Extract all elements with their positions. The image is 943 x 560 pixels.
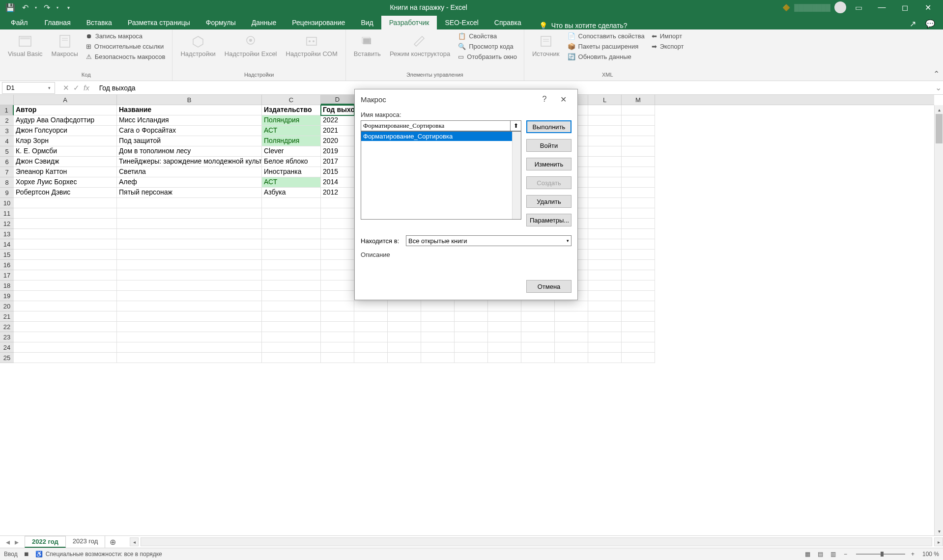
cell-C19[interactable]	[262, 291, 321, 301]
cell-L20[interactable]	[588, 301, 622, 311]
cell-D11[interactable]	[321, 208, 354, 219]
cell-L22[interactable]	[588, 322, 622, 332]
cell-M18[interactable]	[622, 280, 655, 291]
map-props-button[interactable]: 📄Сопоставить свойства	[565, 31, 648, 41]
cell-A3[interactable]: Джон Голсуорси	[14, 126, 117, 136]
cell-L10[interactable]	[588, 198, 622, 208]
cell-L19[interactable]	[588, 291, 622, 301]
cell-C25[interactable]	[262, 353, 321, 363]
enter-formula-icon[interactable]: ✓	[73, 84, 80, 92]
redo-icon[interactable]: ↷	[40, 1, 53, 14]
cell-L1[interactable]	[588, 105, 622, 115]
design-mode-button[interactable]: Режим конструктора	[386, 31, 454, 59]
row-header-13[interactable]: 13	[0, 229, 14, 239]
row-header-10[interactable]: 10	[0, 198, 14, 208]
select-all-corner[interactable]	[0, 95, 14, 105]
cell-H20[interactable]	[455, 301, 488, 311]
col-header-A[interactable]: A	[14, 95, 117, 105]
cell-E22[interactable]	[354, 322, 388, 332]
cell-L5[interactable]	[588, 146, 622, 157]
location-select[interactable]: Все открытые книги ▾	[406, 235, 572, 246]
cell-A8[interactable]: Хорхе Луис Борхес	[14, 177, 117, 188]
sheet-tab-0[interactable]: 2022 год	[25, 536, 66, 548]
cell-A13[interactable]	[14, 229, 117, 239]
sheet-last-icon[interactable]: ▸	[13, 537, 21, 547]
cell-M17[interactable]	[622, 270, 655, 280]
cell-D14[interactable]	[321, 239, 354, 250]
undo-dropdown-icon[interactable]: ▾	[33, 1, 38, 14]
sheet-tab-1[interactable]: 2023 год	[66, 536, 106, 548]
cell-D24[interactable]	[321, 342, 354, 353]
cell-M15[interactable]	[622, 250, 655, 260]
cell-I23[interactable]	[488, 332, 521, 342]
cell-E23[interactable]	[354, 332, 388, 342]
cell-C24[interactable]	[262, 342, 321, 353]
cell-A2[interactable]: Аудур Ава Олафсдоттир	[14, 115, 117, 126]
cell-D15[interactable]	[321, 250, 354, 260]
zoom-out-icon[interactable]: −	[844, 551, 847, 558]
cell-H23[interactable]	[455, 332, 488, 342]
ribbon-tab-9[interactable]: Справка	[486, 16, 529, 29]
cell-M23[interactable]	[622, 332, 655, 342]
cell-B25[interactable]	[117, 353, 262, 363]
name-box[interactable]: D1 ▾	[2, 82, 55, 94]
cell-A6[interactable]: Джон Сэвидж	[14, 157, 117, 167]
options-button[interactable]: Параметры...	[526, 214, 572, 226]
add-sheet-icon[interactable]: ⊕	[105, 537, 120, 547]
cell-J21[interactable]	[521, 311, 555, 322]
cell-D23[interactable]	[321, 332, 354, 342]
cell-C7[interactable]: Иностранка	[262, 167, 321, 177]
namebox-dropdown-icon[interactable]: ▾	[48, 85, 51, 90]
cell-G20[interactable]	[421, 301, 455, 311]
cell-E21[interactable]	[354, 311, 388, 322]
hscroll-left-icon[interactable]: ◂	[130, 537, 139, 546]
row-header-5[interactable]: 5	[0, 146, 14, 157]
col-header-C[interactable]: C	[262, 95, 321, 105]
cell-L23[interactable]	[588, 332, 622, 342]
cell-C22[interactable]	[262, 322, 321, 332]
row-header-18[interactable]: 18	[0, 280, 14, 291]
cell-M24[interactable]	[622, 342, 655, 353]
cell-L2[interactable]	[588, 115, 622, 126]
cell-A19[interactable]	[14, 291, 117, 301]
cell-L15[interactable]	[588, 250, 622, 260]
cell-F25[interactable]	[388, 353, 421, 363]
cell-C12[interactable]	[262, 219, 321, 229]
ribbon-tab-1[interactable]: Вставка	[79, 16, 120, 29]
ribbon-display-icon[interactable]: ▭	[852, 1, 865, 14]
cell-C18[interactable]	[262, 280, 321, 291]
cancel-formula-icon[interactable]: ✕	[63, 84, 69, 92]
cell-A5[interactable]: К. Е. Ормсби	[14, 146, 117, 157]
cell-C20[interactable]	[262, 301, 321, 311]
cell-B16[interactable]	[117, 260, 262, 270]
hscroll-track[interactable]	[141, 537, 932, 546]
xml-source-button[interactable]: Источник	[528, 31, 564, 59]
cell-M6[interactable]	[622, 157, 655, 167]
cell-I25[interactable]	[488, 353, 521, 363]
file-tab[interactable]: Файл	[2, 16, 36, 29]
cell-D18[interactable]	[321, 280, 354, 291]
cell-B15[interactable]	[117, 250, 262, 260]
cell-C21[interactable]	[262, 311, 321, 322]
zoom-in-icon[interactable]: +	[911, 551, 914, 558]
run-dialog-button[interactable]: ▭Отобразить окно	[455, 52, 520, 61]
cell-E20[interactable]	[354, 301, 388, 311]
cell-B14[interactable]	[117, 239, 262, 250]
cell-D13[interactable]	[321, 229, 354, 239]
cell-D22[interactable]	[321, 322, 354, 332]
cell-C9[interactable]: Азбука	[262, 188, 321, 198]
page-break-icon[interactable]: ▥	[828, 549, 839, 559]
cell-D21[interactable]	[321, 311, 354, 322]
cell-C23[interactable]	[262, 332, 321, 342]
fx-icon[interactable]: fx	[84, 84, 89, 92]
cell-B21[interactable]	[117, 311, 262, 322]
cell-C4[interactable]: Поляндрия	[262, 136, 321, 146]
row-header-19[interactable]: 19	[0, 291, 14, 301]
hscroll-right-icon[interactable]: ▸	[934, 537, 943, 546]
cell-C15[interactable]	[262, 250, 321, 260]
ribbon-tab-0[interactable]: Главная	[36, 16, 78, 29]
cell-M20[interactable]	[622, 301, 655, 311]
cell-J24[interactable]	[521, 342, 555, 353]
maximize-icon[interactable]: ◻	[894, 0, 916, 14]
cell-B2[interactable]: Мисс Исландия	[117, 115, 262, 126]
